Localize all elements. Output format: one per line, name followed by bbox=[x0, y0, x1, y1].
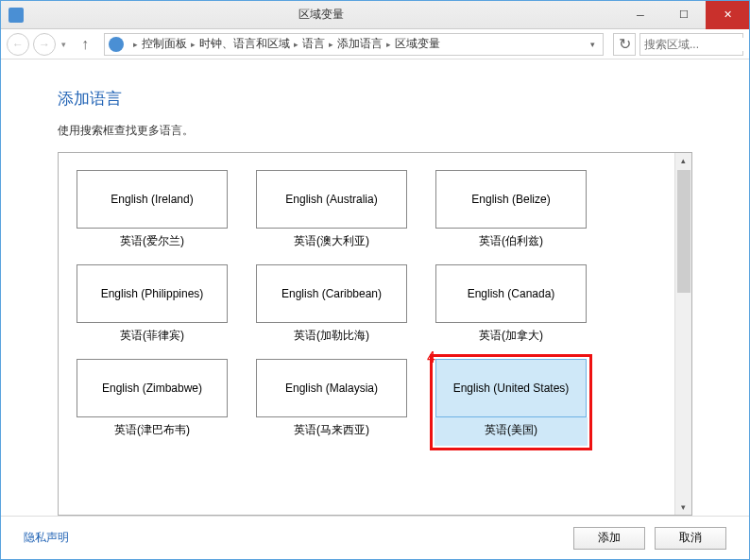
language-box[interactable]: English (Malaysia) bbox=[256, 359, 407, 417]
chevron-right-icon: ▸ bbox=[386, 40, 391, 49]
close-button[interactable]: ✕ bbox=[706, 1, 749, 29]
language-local-label: 英语(爱尔兰) bbox=[120, 229, 184, 257]
language-item[interactable]: English (Zimbabwe)英语(津巴布韦) bbox=[76, 359, 229, 446]
language-box[interactable]: English (Ireland) bbox=[77, 170, 228, 229]
page-subtitle: 使用搜索框查找更多语言。 bbox=[58, 123, 692, 139]
language-local-label: 英语(伯利兹) bbox=[479, 229, 543, 257]
scroll-thumb[interactable] bbox=[677, 170, 690, 293]
language-item[interactable]: English (Canada)英语(加拿大) bbox=[435, 264, 588, 351]
chevron-right-icon: ▸ bbox=[133, 40, 138, 49]
maximize-button[interactable]: ☐ bbox=[662, 1, 706, 29]
language-box[interactable]: English (Caribbean) bbox=[256, 264, 407, 323]
control-panel-icon bbox=[109, 37, 124, 52]
language-local-label: 英语(美国) bbox=[435, 417, 588, 446]
forward-button[interactable]: → bbox=[33, 33, 56, 56]
language-item[interactable]: English (United States)英语(美国) bbox=[435, 359, 588, 446]
refresh-button[interactable]: ↻ bbox=[613, 33, 636, 56]
chevron-right-icon: ▸ bbox=[191, 40, 196, 49]
language-box[interactable]: English (United States) bbox=[435, 359, 587, 417]
language-local-label: 英语(加拿大) bbox=[479, 323, 543, 351]
language-panel: 4 English (Ireland)英语(爱尔兰)English (Austr… bbox=[58, 152, 692, 516]
scroll-down-icon[interactable]: ▾ bbox=[676, 500, 691, 515]
scroll-up-icon[interactable]: ▴ bbox=[676, 153, 691, 168]
language-local-label: 英语(津巴布韦) bbox=[114, 417, 190, 446]
cancel-button[interactable]: 取消 bbox=[655, 527, 726, 550]
language-local-label: 英语(菲律宾) bbox=[120, 323, 184, 351]
breadcrumb-item[interactable]: 添加语言 bbox=[337, 36, 383, 52]
up-button[interactable]: ↑ bbox=[76, 35, 94, 54]
breadcrumb-item[interactable]: 控制面板 bbox=[142, 36, 187, 52]
window-controls: ─ ☐ ✕ bbox=[619, 1, 749, 29]
breadcrumb-item[interactable]: 时钟、语言和区域 bbox=[199, 36, 290, 52]
language-local-label: 英语(加勒比海) bbox=[294, 323, 369, 351]
language-box[interactable]: English (Belize) bbox=[435, 170, 587, 229]
language-box[interactable]: English (Canada) bbox=[435, 264, 587, 323]
language-item[interactable]: English (Ireland)英语(爱尔兰) bbox=[76, 170, 229, 257]
history-dropdown-icon[interactable]: ▾ bbox=[61, 40, 66, 49]
back-button[interactable]: ← bbox=[7, 33, 29, 56]
breadcrumb[interactable]: ▸ 控制面板 ▸ 时钟、语言和区域 ▸ 语言 ▸ 添加语言 ▸ 区域变量 ▾ bbox=[104, 33, 604, 56]
content-area: 添加语言 使用搜索框查找更多语言。 4 English (Ireland)英语(… bbox=[1, 59, 749, 516]
chevron-right-icon: ▸ bbox=[329, 40, 333, 49]
language-grid: 4 English (Ireland)英语(爱尔兰)English (Austr… bbox=[59, 153, 674, 515]
search-box[interactable]: 🔍 bbox=[639, 33, 743, 56]
annotation-marker: 4 bbox=[427, 349, 435, 366]
language-item[interactable]: English (Philippines)英语(菲律宾) bbox=[76, 264, 229, 351]
language-item[interactable]: English (Belize)英语(伯利兹) bbox=[435, 170, 588, 257]
language-box[interactable]: English (Australia) bbox=[256, 170, 407, 229]
app-icon bbox=[9, 8, 24, 23]
language-box[interactable]: English (Philippines) bbox=[77, 264, 228, 323]
navbar: ← → ▾ ↑ ▸ 控制面板 ▸ 时钟、语言和区域 ▸ 语言 ▸ 添加语言 ▸ … bbox=[1, 29, 749, 59]
search-input[interactable] bbox=[644, 38, 750, 51]
language-item[interactable]: English (Malaysia)英语(马来西亚) bbox=[255, 359, 408, 446]
titlebar: 区域变量 ─ ☐ ✕ bbox=[1, 1, 749, 29]
minimize-button[interactable]: ─ bbox=[619, 1, 662, 29]
scrollbar[interactable]: ▴ ▾ bbox=[674, 153, 691, 515]
language-item[interactable]: English (Caribbean)英语(加勒比海) bbox=[255, 264, 408, 351]
language-local-label: 英语(马来西亚) bbox=[294, 417, 369, 446]
chevron-right-icon: ▸ bbox=[294, 40, 298, 49]
page-title: 添加语言 bbox=[58, 88, 692, 110]
language-local-label: 英语(澳大利亚) bbox=[294, 229, 369, 257]
add-button[interactable]: 添加 bbox=[573, 527, 645, 550]
chevron-down-icon[interactable]: ▾ bbox=[587, 40, 599, 49]
privacy-link[interactable]: 隐私声明 bbox=[24, 530, 69, 546]
breadcrumb-item[interactable]: 语言 bbox=[302, 36, 325, 52]
breadcrumb-item[interactable]: 区域变量 bbox=[395, 36, 440, 52]
window-title: 区域变量 bbox=[24, 7, 619, 23]
language-box[interactable]: English (Zimbabwe) bbox=[77, 359, 228, 417]
bottom-bar: 隐私声明 添加 取消 bbox=[1, 516, 749, 559]
language-item[interactable]: English (Australia)英语(澳大利亚) bbox=[255, 170, 408, 257]
